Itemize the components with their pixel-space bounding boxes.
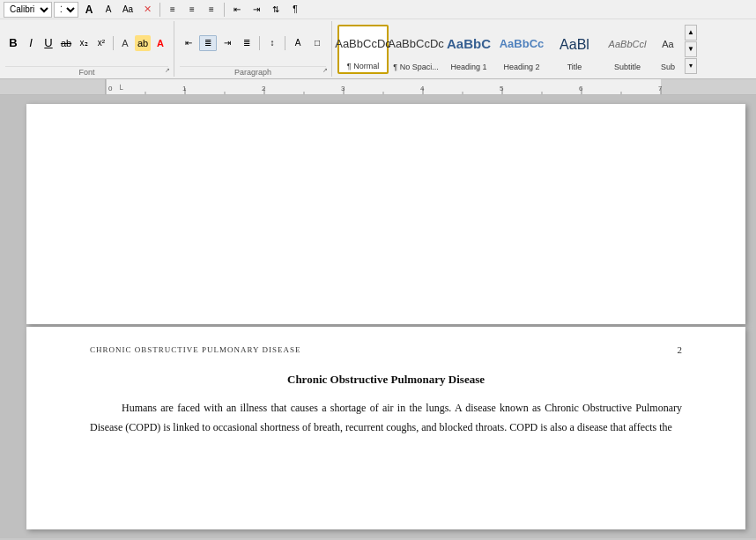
ruler: 0 1 2 3 4 5 6 7 └ [0,79,756,95]
svg-rect-1 [0,79,106,95]
page-header-title: CHRONIC OBSTRUCTIVE PULMONARY DISEASE [90,345,300,354]
bold-button[interactable]: B [5,35,21,51]
page-header: CHRONIC OBSTRUCTIVE PULMONARY DISEASE 2 [90,344,682,355]
style-h2-label: Heading 2 [503,63,539,71]
page-2: CHRONIC OBSTRUCTIVE PULMONARY DISEASE 2 … [26,327,745,529]
svg-text:7: 7 [658,85,663,92]
style-title-label: Title [567,63,582,71]
svg-text:4: 4 [420,85,425,92]
styles-group: AaBbCcDc ¶ Normal AaBbCcDc ¶ No Spaci...… [332,21,756,77]
svg-text:2: 2 [262,85,266,92]
separator1 [159,3,160,17]
underline-button[interactable]: U [41,35,56,51]
italic-button[interactable]: I [23,35,39,51]
multilevel-button[interactable]: ≡ [203,2,220,18]
style-h1-label: Heading 1 [450,63,486,71]
line-spacing-button[interactable]: ↕ [263,35,281,51]
font-group: B I U ab x₂ x² A ab A Font ↗ [0,21,174,77]
font-grow-button[interactable]: A [80,2,98,18]
borders-button[interactable]: □ [308,35,326,51]
align-left-button[interactable]: ⇤ [180,35,197,51]
page-body: Humans are faced with an illness that ca… [90,399,682,437]
para-sep2 [285,36,285,50]
subscript-button[interactable]: x₂ [76,35,92,51]
styles-scroll-down[interactable]: ▼ [685,41,697,57]
font-group-content: B I U ab x₂ x² A ab A [5,21,168,64]
style-sub-label: Sub [661,63,675,71]
sort-button[interactable]: ⇅ [267,2,285,18]
numbering-button[interactable]: ≡ [183,2,201,18]
bullets-button[interactable]: ≡ [164,2,182,18]
superscript-button[interactable]: x² [93,35,109,51]
text-highlight-button[interactable]: ab [135,35,151,51]
svg-rect-0 [0,79,756,95]
svg-text:6: 6 [579,85,583,92]
ribbon-row2: B I U ab x₂ x² A ab A Font ↗ ⇤ ≣ ⇥ ≣ [0,19,756,78]
increase-indent-button[interactable]: ⇥ [248,2,265,18]
page-1 [26,104,745,324]
font-expand-button[interactable]: ↗ [163,66,172,75]
shading-button[interactable]: A [289,35,307,51]
justify-button[interactable]: ≣ [238,35,256,51]
styles-scroll: ▲ ▼ ▾ [685,25,697,74]
style-heading1[interactable]: AaBbC Heading 1 [443,25,494,74]
font-group-label: Font [5,66,168,77]
font-color-button[interactable]: A [152,35,168,51]
font-sep [113,36,114,50]
style-title-preview: AaBl [560,27,589,63]
paragraph-group-content: ⇤ ≣ ⇥ ≣ ↕ A □ [180,21,326,64]
strikethrough-button[interactable]: ab [58,35,74,51]
font-shrink-button[interactable]: A [100,2,117,18]
clear-formatting-button[interactable]: ✕ [138,2,156,18]
style-subtitle-label: Subtitle [614,63,641,71]
style-h1-preview: AaBbC [447,27,491,63]
svg-text:3: 3 [341,85,345,92]
paragraph-group-label: Paragraph [180,66,326,77]
style-sub[interactable]: Aa Sub [655,25,681,74]
style-normal-preview: AaBbCcDc [335,28,391,62]
separator2 [224,3,225,17]
svg-text:└: └ [117,84,123,93]
style-title[interactable]: AaBl Title [549,25,600,74]
page-content-title: Chronic Obstructive Pulmonary Disease [90,373,682,387]
align-right-button[interactable]: ⇥ [219,35,236,51]
style-normal-label: ¶ Normal [347,62,379,70]
style-nospace[interactable]: AaBbCcDc ¶ No Spaci... [390,25,441,74]
toolbar: Calibri 11 A A Aa ✕ ≡ ≡ ≡ ⇤ ⇥ ⇅ ¶ B I U … [0,0,756,79]
document-area: CHRONIC OBSTRUCTIVE PULMONARY DISEASE 2 … [0,95,756,538]
align-center-button[interactable]: ≣ [199,35,217,51]
decrease-indent-button[interactable]: ⇤ [228,2,246,18]
svg-text:1: 1 [182,85,187,92]
style-nospace-preview: AaBbCcDc [388,27,444,63]
text-effects-button[interactable]: A [117,35,133,51]
style-nospace-label: ¶ No Spaci... [393,63,438,71]
style-subtitle[interactable]: AaBbCcl Subtitle [602,25,653,74]
change-case-button[interactable]: Aa [119,2,137,18]
show-paragraph-button[interactable]: ¶ [286,2,304,18]
style-h2-preview: AaBbCc [500,27,545,63]
page-number: 2 [678,344,683,355]
paragraph-expand-button[interactable]: ↗ [321,66,330,75]
svg-rect-2 [661,79,756,95]
styles-more-button[interactable]: ▾ [685,58,697,74]
style-normal[interactable]: AaBbCcDc ¶ Normal [337,25,389,74]
style-sub-preview: Aa [662,27,673,63]
ruler-svg: 0 1 2 3 4 5 6 7 └ [0,79,756,95]
para-sep [259,36,260,50]
font-name-select[interactable]: Calibri [4,2,52,18]
svg-text:5: 5 [500,85,504,92]
paragraph-group: ⇤ ≣ ⇥ ≣ ↕ A □ Paragraph ↗ [174,21,332,77]
style-subtitle-preview: AaBbCcl [609,27,647,63]
font-size-select[interactable]: 11 [54,2,78,18]
style-heading2[interactable]: AaBbCc Heading 2 [496,25,547,74]
styles-scroll-up[interactable]: ▲ [685,25,697,41]
ribbon-row1: Calibri 11 A A Aa ✕ ≡ ≡ ≡ ⇤ ⇥ ⇅ ¶ [0,0,756,19]
svg-text:0: 0 [108,85,113,92]
